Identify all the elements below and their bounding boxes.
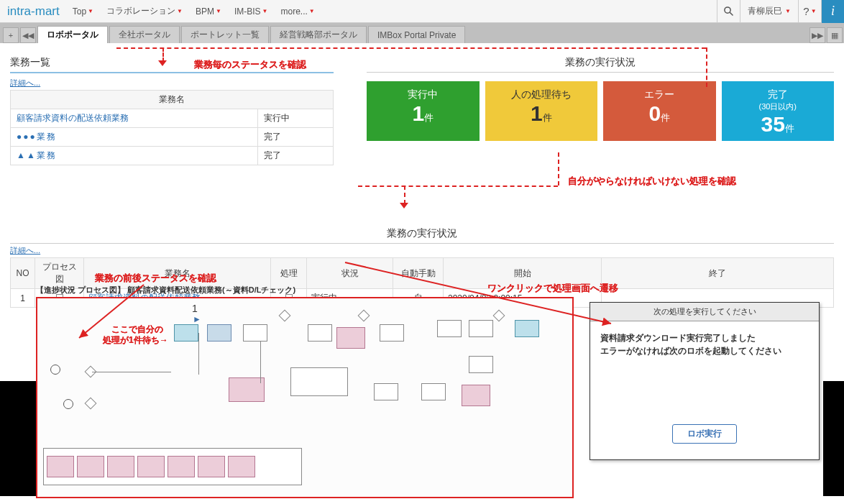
card-label: 人の処理待ち (488, 88, 595, 101)
left-cell-name[interactable]: ●●●業務 (11, 128, 258, 147)
card-label: 実行中 (370, 88, 477, 101)
full-title: 業務の実行状況 (10, 224, 834, 244)
card-unit: 件 (785, 123, 794, 134)
run-robo-button[interactable]: ロボ実行 (672, 424, 737, 444)
menu-item-more[interactable]: more...▼ (280, 5, 314, 17)
bpmn-node (229, 377, 265, 402)
search-button[interactable] (717, 0, 740, 23)
card-done[interactable]: 完了 (30日以内) 35件 (722, 81, 835, 141)
caret-icon: ▼ (785, 8, 791, 14)
bpmn-node (437, 320, 462, 337)
caret-icon: ▼ (811, 8, 817, 14)
caret-icon: ▼ (177, 8, 183, 14)
lane-node (107, 456, 134, 477)
bpmn-node (336, 327, 365, 349)
tab-robo-portal[interactable]: ロボポータル (37, 26, 108, 43)
process-diagram-caption: 【進捗状況 プロセス図】 顧客請求資料配送依頼業務(～資料D/Lチェック) (36, 285, 575, 295)
left-cell-name[interactable]: ▲▲業務 (11, 147, 258, 165)
gateway-icon (358, 310, 370, 322)
process-diagram[interactable]: 1 ► (36, 297, 574, 498)
bpmn-node (290, 367, 348, 396)
next-action-header: 次の処理を実行してください (590, 303, 819, 321)
msg-line: エラーがなければ次のロボを起動してください (600, 344, 809, 357)
gateway-icon (85, 398, 97, 410)
flag-icon: ► (193, 314, 201, 324)
menu-label: IM-BIS (234, 6, 261, 17)
bpmn-node (174, 324, 198, 342)
menu-item-imbis[interactable]: IM-BIS▼ (234, 5, 268, 17)
bpmn-node (469, 320, 493, 337)
bpmn-node (374, 383, 398, 400)
left-cell-status: 完了 (257, 147, 333, 165)
left-cell-status: 実行中 (257, 109, 333, 128)
card-error[interactable]: エラー 0件 (603, 81, 716, 141)
lane-node (198, 456, 225, 477)
menu-label: BPM (196, 6, 214, 17)
card-number: 35 (761, 112, 785, 136)
lane-node (228, 456, 255, 477)
brand: intra-mart (7, 4, 60, 19)
lane-node (47, 456, 74, 477)
tab-grid-button[interactable]: ▦ (827, 27, 843, 43)
bpmn-node (243, 324, 267, 342)
left-cell-status: 完了 (257, 128, 333, 147)
left-cell-name[interactable]: 顧客請求資料の配送依頼業務 (11, 109, 258, 128)
tab-scroll-right[interactable]: ▶▶ (809, 27, 825, 43)
status-cards: 実行中 1件 人の処理待ち 1件 エラー 0件 完了 (30日以内) 35件 (367, 81, 834, 141)
msg-line: 資料請求ダウンロード実行完了しました (600, 331, 809, 344)
menu-item-collab[interactable]: コラボレーション▼ (106, 5, 183, 17)
full-detail-link[interactable]: 詳細へ... (10, 244, 40, 257)
tab-all-company[interactable]: 全社ポータル (109, 26, 180, 43)
info-button[interactable]: i (821, 0, 844, 23)
card-waiting[interactable]: 人の処理待ち 1件 (485, 81, 598, 141)
left-title: 業務一覧 (10, 53, 334, 73)
lane-node (137, 456, 165, 477)
bpmn-node (421, 383, 446, 400)
svg-point-0 (725, 7, 730, 13)
card-running[interactable]: 実行中 1件 (367, 81, 480, 141)
card-label: 完了 (725, 88, 832, 101)
card-number: 0 (648, 101, 661, 125)
tab-strategy[interactable]: 経営戦略部ポータル (270, 26, 367, 43)
left-row[interactable]: 顧客請求資料の配送依頼業務 実行中 (11, 109, 334, 128)
gateway-icon (493, 310, 505, 322)
flag-number: 1 (192, 303, 198, 314)
card-number: 1 (531, 101, 543, 125)
card-label: エラー (606, 88, 713, 101)
bpmn-node (462, 385, 490, 406)
tabbar: + ◀◀ ロボポータル 全社ポータル ポートレット一覧 経営戦略部ポータル IM… (0, 23, 844, 43)
menu-label: Top (73, 6, 86, 17)
tab-imbox[interactable]: IMBox Portal Private (368, 26, 465, 43)
start-node (50, 365, 60, 375)
topbar: intra-mart Top▼ コラボレーション▼ BPM▼ IM-BIS▼ m… (0, 0, 844, 23)
gateway-icon (279, 310, 291, 322)
help-button[interactable]: ?▼ (798, 0, 821, 23)
tab-add-button[interactable]: + (3, 27, 19, 43)
caret-icon: ▼ (309, 8, 315, 14)
bpmn-node (207, 324, 231, 342)
col-end: 終了 (602, 258, 834, 289)
col-no: NO (11, 258, 35, 289)
bpmn-node (515, 320, 539, 337)
user-menu[interactable]: 青柳辰巳▼ (740, 0, 798, 23)
user-name: 青柳辰巳 (748, 5, 782, 17)
left-detail-link[interactable]: 詳細へ... (10, 76, 40, 90)
process-diagram-wrap: 【進捗状況 プロセス図】 顧客請求資料配送依頼業務(～資料D/Lチェック) 1 … (36, 285, 575, 498)
lane-node (77, 456, 104, 477)
caret-icon: ▼ (216, 8, 221, 14)
caret-icon: ▼ (88, 8, 93, 14)
left-row[interactable]: ▲▲業務 完了 (11, 147, 334, 165)
right-panel: 業務の実行状況 実行中 1件 人の処理待ち 1件 エラー 0件 完了 (30日以… (367, 53, 834, 141)
tab-portlet-list[interactable]: ポートレット一覧 (181, 26, 269, 43)
main-menu: Top▼ コラボレーション▼ BPM▼ IM-BIS▼ more...▼ (73, 5, 315, 17)
menu-item-bpm[interactable]: BPM▼ (196, 5, 221, 17)
bpmn-node (380, 324, 404, 342)
cell-no: 1 (11, 289, 35, 308)
card-unit: 件 (424, 112, 434, 123)
tab-scroll-left[interactable]: ◀◀ (20, 27, 36, 43)
card-unit: 件 (661, 112, 670, 123)
svg-line-1 (730, 12, 733, 15)
menu-item-top[interactable]: Top▼ (73, 5, 93, 17)
left-row[interactable]: ●●●業務 完了 (11, 128, 334, 147)
card-sublabel: (30日以内) (725, 101, 832, 112)
